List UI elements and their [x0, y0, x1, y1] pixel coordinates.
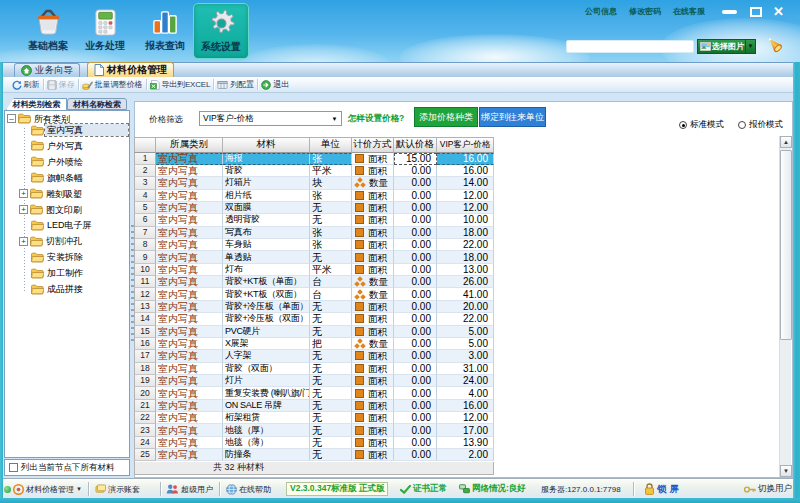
- tab-material-price[interactable]: 材料价格管理: [87, 62, 174, 77]
- column-config-button[interactable]: 列配置: [215, 78, 257, 92]
- account-set-item[interactable]: 演示账套: [95, 479, 140, 499]
- cell-default-price[interactable]: 0.00: [394, 251, 437, 263]
- change-password-link[interactable]: 修改密码: [629, 6, 661, 17]
- cell-method[interactable]: 数量: [352, 288, 394, 300]
- tree-node[interactable]: 旗帜条幅: [31, 171, 85, 184]
- cell-vip-price[interactable]: 5.00: [437, 326, 494, 338]
- cell-material[interactable]: 背胶+冷压板（双面）: [223, 313, 310, 325]
- quote-mode-radio[interactable]: 报价模式: [738, 119, 783, 131]
- tree-node[interactable]: 户外喷绘: [31, 155, 85, 168]
- cell-vip-price[interactable]: 13.90: [437, 437, 494, 449]
- cell-default-price[interactable]: 0.00: [394, 363, 437, 375]
- cell-vip-price[interactable]: 18.00: [437, 227, 494, 239]
- cell-method[interactable]: 数量: [352, 338, 394, 350]
- cell-unit[interactable]: 无: [310, 449, 352, 461]
- cell-vip-price[interactable]: 12.00: [437, 190, 494, 202]
- cell-method[interactable]: 数量: [352, 276, 394, 288]
- cell-unit[interactable]: 无: [310, 424, 352, 436]
- standard-mode-radio[interactable]: 标准模式: [679, 119, 724, 131]
- cell-method[interactable]: 面积: [352, 202, 394, 214]
- cell-material[interactable]: 相片纸: [223, 190, 310, 202]
- cell-method[interactable]: 面积: [352, 301, 394, 313]
- maximize-button[interactable]: [750, 7, 762, 17]
- table-row[interactable]: 13室内写真背胶+冷压板（单面）无面积0.0020.00: [134, 301, 494, 313]
- module-menu[interactable]: 材料价格管理 ▼: [13, 479, 82, 499]
- cell-category[interactable]: 室内写真: [156, 276, 223, 288]
- cell-default-price[interactable]: 0.00: [394, 400, 437, 412]
- current-user-item[interactable]: 超级用户: [166, 479, 213, 499]
- cell-vip-price[interactable]: 16.00: [437, 165, 494, 177]
- cell-material[interactable]: 背胶（双面）: [223, 363, 310, 375]
- cell-unit[interactable]: 无: [310, 350, 352, 362]
- scroll-down-arrow[interactable]: ▼: [780, 465, 792, 477]
- cell-unit[interactable]: 无: [310, 387, 352, 399]
- export-excel-button[interactable]: 导出到EXCEL: [147, 78, 213, 92]
- cell-category[interactable]: 室内写真: [156, 214, 223, 226]
- cell-category[interactable]: 室内写真: [156, 350, 223, 362]
- cell-default-price[interactable]: 0.00: [394, 326, 437, 338]
- cell-unit[interactable]: 无: [310, 400, 352, 412]
- online-help-item[interactable]: 在线帮助: [226, 479, 271, 499]
- cell-material[interactable]: 双面膜: [223, 202, 310, 214]
- cell-unit[interactable]: 无: [310, 326, 352, 338]
- cell-category[interactable]: 室内写真: [156, 177, 223, 189]
- table-row[interactable]: 22室内写真桁架租赁无面积0.0012.00: [134, 412, 494, 424]
- cell-default-price[interactable]: 0.00: [394, 412, 437, 424]
- cell-material[interactable]: 地毯（厚）: [223, 424, 310, 436]
- refresh-button[interactable]: 刷新: [9, 78, 42, 92]
- batch-adjust-price-button[interactable]: 批量调整价格: [79, 78, 145, 92]
- cell-unit[interactable]: 台: [310, 288, 352, 300]
- cell-method[interactable]: 面积: [352, 313, 394, 325]
- cell-material[interactable]: 背胶: [223, 165, 310, 177]
- cell-default-price[interactable]: 0.00: [394, 301, 437, 313]
- image-path-input[interactable]: [566, 40, 694, 53]
- cell-unit[interactable]: 张: [310, 190, 352, 202]
- tree-node[interactable]: +图文印刷: [19, 203, 84, 216]
- cell-material[interactable]: 背胶+KT板（双面）: [223, 288, 310, 300]
- cell-method[interactable]: 面积: [352, 326, 394, 338]
- cell-material[interactable]: X展架: [223, 338, 310, 350]
- checkbox-icon[interactable]: [9, 463, 18, 472]
- tree-node[interactable]: 安装拆除: [31, 251, 85, 264]
- cell-vip-price[interactable]: 18.00: [437, 251, 494, 263]
- cell-category[interactable]: 室内写真: [156, 400, 223, 412]
- cell-default-price[interactable]: 0.00: [394, 190, 437, 202]
- table-row[interactable]: 19室内写真灯片无面积0.0024.00: [134, 375, 494, 387]
- cell-default-price[interactable]: 0.00: [394, 350, 437, 362]
- cell-category[interactable]: 室内写真: [156, 424, 223, 436]
- cell-default-price[interactable]: 0.00: [394, 449, 437, 461]
- table-row[interactable]: 14室内写真背胶+冷压板（双面）无面积0.0022.00: [134, 313, 494, 325]
- scroll-up-arrow[interactable]: ▲: [780, 136, 792, 148]
- cell-unit[interactable]: 无: [310, 251, 352, 263]
- cell-material[interactable]: 地毯（薄）: [223, 437, 310, 449]
- cell-method[interactable]: 面积: [352, 165, 394, 177]
- cell-default-price[interactable]: 0.00: [394, 202, 437, 214]
- cell-vip-price[interactable]: 24.00: [437, 375, 494, 387]
- save-button[interactable]: 保存: [44, 78, 77, 92]
- cell-default-price[interactable]: 0.00: [394, 338, 437, 350]
- cell-unit[interactable]: 张: [310, 239, 352, 251]
- cell-unit[interactable]: 无: [310, 313, 352, 325]
- cell-default-price[interactable]: 0.00: [394, 387, 437, 399]
- cell-unit[interactable]: 无: [310, 214, 352, 226]
- cell-material[interactable]: 桁架租赁: [223, 412, 310, 424]
- table-row[interactable]: 9室内写真单透贴无面积0.0018.00: [134, 251, 494, 263]
- cell-vip-price[interactable]: 20.00: [437, 301, 494, 313]
- header-material[interactable]: 材料: [223, 137, 310, 153]
- add-price-type-button[interactable]: 添加价格种类: [414, 107, 478, 127]
- cell-vip-price[interactable]: 2.00: [437, 449, 494, 461]
- cell-method[interactable]: 面积: [352, 437, 394, 449]
- table-row[interactable]: 16室内写真X展架把数量0.005.00: [134, 338, 494, 350]
- nav-item-business[interactable]: 业务处理: [77, 3, 133, 59]
- cell-vip-price[interactable]: 26.00: [437, 276, 494, 288]
- table-row[interactable]: 7室内写真写真布张面积0.0018.00: [134, 227, 494, 239]
- table-row[interactable]: 25室内写真防撞条无面积0.002.00: [134, 449, 494, 461]
- header-category[interactable]: 所属类别: [156, 137, 223, 153]
- cell-category[interactable]: 室内写真: [156, 375, 223, 387]
- cell-category[interactable]: 室内写真: [156, 301, 223, 313]
- cell-method[interactable]: 面积: [352, 449, 394, 461]
- cell-method[interactable]: 面积: [352, 350, 394, 362]
- cell-material[interactable]: 写真布: [223, 227, 310, 239]
- table-row[interactable]: 6室内写真透明背胶无面积0.0010.00: [134, 214, 494, 226]
- cell-vip-price[interactable]: 41.00: [437, 288, 494, 300]
